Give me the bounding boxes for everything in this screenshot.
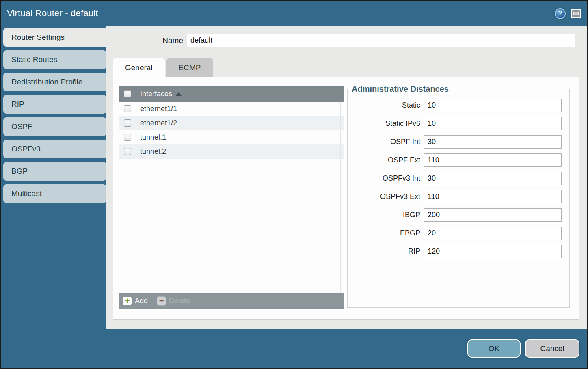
rip-row: RIP <box>348 245 565 258</box>
static-label: Static <box>348 101 424 110</box>
sidebar-item-multicast[interactable]: Multicast <box>3 184 106 203</box>
interfaces-rows: ethernet1/1ethernet1/2tunnel.1tunnel.2 <box>119 102 344 293</box>
table-row-tunnel-1[interactable]: tunnel.1 <box>119 130 344 145</box>
rip-input[interactable] <box>424 245 562 258</box>
interfaces-table: Interfaces ethernet1/1ethernet1/2tunnel.… <box>119 86 344 309</box>
ospf-ext-input[interactable] <box>424 153 562 167</box>
interfaces-table-header: Interfaces <box>119 86 344 102</box>
ibgp-row: IBGP <box>348 208 565 222</box>
ospf-ext-row: OSPF Ext <box>348 153 565 167</box>
row-checkbox-cell <box>119 116 136 130</box>
table-row-tunnel-2[interactable]: tunnel.2 <box>119 145 344 159</box>
tab-bar: GeneralECMP <box>113 58 213 77</box>
interfaces-column-header[interactable]: Interfaces <box>140 90 172 98</box>
ibgp-input[interactable] <box>424 208 562 222</box>
row-checkbox[interactable] <box>124 134 131 141</box>
administrative-distances-title: Administrative Distances <box>349 84 451 94</box>
row-checkbox[interactable] <box>124 105 131 112</box>
content-area: Name GeneralECMP Interfaces ethernet1/1e… <box>106 26 587 329</box>
interface-name: tunnel.2 <box>140 147 166 156</box>
sidebar-item-redistribution-profile[interactable]: Redistribution Profile <box>3 73 106 91</box>
sidebar-item-ospfv3[interactable]: OSPFv3 <box>3 140 106 158</box>
virtual-router-dialog: Virtual Router - default ? Name GeneralE… <box>0 0 588 369</box>
sidebar-item-ospf[interactable]: OSPF <box>3 117 106 136</box>
ospfv3-int-label: OSPFv3 Int <box>348 174 424 183</box>
interface-name: ethernet1/2 <box>140 119 177 127</box>
rip-label: RIP <box>348 247 424 256</box>
administrative-distances-fields: StaticStatic IPv6OSPF IntOSPF ExtOSPFv3 … <box>348 99 565 258</box>
sidebar-item-rip[interactable]: RIP <box>3 95 106 114</box>
administrative-distances-group: Administrative Distances StaticStatic IP… <box>347 84 570 308</box>
title-bar: Virtual Router - default ? <box>1 1 587 26</box>
interfaces-table-footer: + Add − Delete <box>119 293 344 309</box>
sidebar: Router SettingsStatic RoutesRedistributi… <box>1 26 106 368</box>
ospfv3-ext-label: OSPFv3 Ext <box>348 192 424 201</box>
ospfv3-int-row: OSPFv3 Int <box>348 172 565 185</box>
ospfv3-int-input[interactable] <box>424 172 562 185</box>
name-input[interactable] <box>187 34 575 47</box>
table-row-ethernet1-2[interactable]: ethernet1/2 <box>119 116 344 130</box>
tab-general[interactable]: General <box>113 58 165 77</box>
sidebar-item-bgp[interactable]: BGP <box>3 162 106 181</box>
ebgp-row: EBGP <box>348 227 565 240</box>
ebgp-input[interactable] <box>424 227 562 240</box>
window-icon[interactable] <box>571 9 581 18</box>
dialog-body: Name GeneralECMP Interfaces ethernet1/1e… <box>1 26 587 368</box>
name-row: Name <box>106 34 575 47</box>
row-checkbox[interactable] <box>124 148 131 155</box>
table-row-ethernet1-1[interactable]: ethernet1/1 <box>119 102 344 116</box>
ospfv3-ext-input[interactable] <box>424 190 562 203</box>
static-ipv6-label: Static IPv6 <box>348 119 424 128</box>
sidebar-item-static-routes[interactable]: Static Routes <box>3 50 106 69</box>
row-checkbox-cell <box>119 130 136 144</box>
ebgp-label: EBGP <box>348 229 424 237</box>
tab-ecmp[interactable]: ECMP <box>166 58 213 77</box>
interface-name: ethernet1/1 <box>140 105 177 113</box>
ibgp-label: IBGP <box>348 211 424 219</box>
ospfv3-ext-row: OSPFv3 Ext <box>348 190 565 203</box>
ok-button[interactable]: OK <box>467 339 521 358</box>
static-row: Static <box>348 99 565 112</box>
dialog-title: Virtual Router - default <box>7 8 98 19</box>
delete-button[interactable]: − Delete <box>157 296 190 306</box>
ospf-ext-label: OSPF Ext <box>348 156 424 164</box>
help-icon[interactable]: ? <box>555 8 566 19</box>
select-all-cell <box>119 86 136 102</box>
static-input[interactable] <box>424 99 562 112</box>
static-ipv6-row: Static IPv6 <box>348 117 565 130</box>
add-button[interactable]: + Add <box>123 296 148 306</box>
ospf-int-label: OSPF Int <box>348 138 424 146</box>
cancel-button[interactable]: Cancel <box>525 339 579 358</box>
window-icon-inner <box>573 12 579 15</box>
interface-name: tunnel.1 <box>140 133 166 142</box>
ospf-int-row: OSPF Int <box>348 135 565 149</box>
sidebar-item-router-settings[interactable]: Router Settings <box>3 28 107 47</box>
name-label: Name <box>106 36 187 45</box>
ospf-int-input[interactable] <box>424 135 562 149</box>
sort-ascending-icon[interactable] <box>176 92 182 96</box>
titlebar-icons: ? <box>555 8 581 19</box>
row-checkbox-cell <box>119 145 136 158</box>
general-tab-panel: Interfaces ethernet1/1ethernet1/2tunnel.… <box>113 77 579 320</box>
plus-icon: + <box>123 296 132 306</box>
dialog-footer-buttons: OK Cancel <box>467 339 579 358</box>
row-checkbox-cell <box>119 102 136 116</box>
row-checkbox[interactable] <box>124 119 131 127</box>
select-all-checkbox[interactable] <box>124 90 131 97</box>
static-ipv6-input[interactable] <box>424 117 562 130</box>
minus-icon: − <box>157 296 166 306</box>
